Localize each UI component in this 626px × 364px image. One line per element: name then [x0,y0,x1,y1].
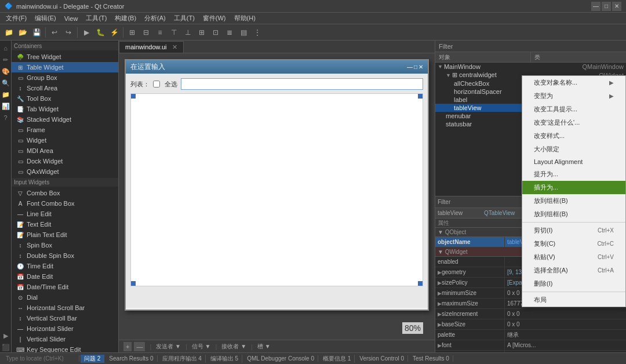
widget-plaintextedit[interactable]: 📝 Plain Text Edit [12,230,118,240]
signal-dropdown[interactable]: 信号 ▼ [192,343,211,351]
icon-analyze[interactable]: 📊 [1,101,11,111]
widget-spinbox[interactable]: ↕ Spin Box [12,240,118,250]
widget-dial[interactable]: ⊙ Dial [12,292,118,303]
add-connection-button[interactable]: + [123,342,132,351]
toolbar-btn6[interactable]: ⊞ [195,26,208,39]
icon-play[interactable]: ▶ [1,330,11,341]
resize-handle-br[interactable] [418,281,423,286]
widget-vscrollbar[interactable]: ↕ Vertical Scroll Bar [12,313,118,323]
toolbar-save[interactable]: 💾 [30,26,43,39]
ctx-promote[interactable]: 提升为... [522,168,625,181]
widget-dateedit[interactable]: 📅 Date Edit [12,271,118,282]
toolbar-btn2[interactable]: ⊟ [140,26,152,39]
status-appoutput[interactable]: 应用程序输出 4 [159,355,206,363]
ctx-demote[interactable]: 插升为... [522,181,625,194]
widget-doublespinbox[interactable]: ↕ Double Spin Box [12,250,118,261]
widget-scrollarea[interactable]: ↕ Scroll Area [12,83,118,93]
widget-vslider[interactable]: | Vertical Slider [12,334,118,344]
widget-frame[interactable]: ▭ Frame [12,125,118,135]
menu-tools2[interactable]: 工具(T) [170,13,198,24]
ctx-delete[interactable]: 删除(I) [522,277,625,290]
prop-basesize[interactable]: ▶ baseSize 0 x 0 [435,319,626,330]
icon-help[interactable]: ? [1,112,11,123]
toolbar-btn9[interactable]: ▤ [237,26,250,39]
file-tab-close[interactable]: ✕ [172,43,177,50]
file-tab-mainwindow[interactable]: mainwindow.ui ✕ [119,41,184,53]
toolbar-open[interactable]: 📂 [16,26,29,39]
resize-handle-bl[interactable] [131,281,136,286]
menu-edit[interactable]: 编辑(E) [31,13,60,24]
toolbar-build[interactable]: ▶ [80,26,93,39]
status-tests[interactable]: Test Results 0 [409,355,453,362]
widget-textedit[interactable]: 📝 Text Edit [12,219,118,230]
ctx-cut[interactable]: 剪切(I) Ctrl+X [522,224,625,237]
locate-input[interactable] [6,355,75,362]
widget-tabwidget[interactable]: 📑 Tab Widget [12,104,118,114]
ctx-whatsthis[interactable]: 改变'这是什么'... [522,116,625,129]
ctx-groupbox2[interactable]: 放到组框(B) [522,208,625,221]
toolbar-btn7[interactable]: ⊡ [209,26,222,39]
menu-window[interactable]: 窗件(W) [199,13,230,24]
tree-item-mainwindow[interactable]: ▼ MainWindow QMainWindow [435,63,626,71]
widget-qaxwidget[interactable]: ▭ QAxWidget [12,166,118,177]
dialog-max-btn[interactable]: □ [414,64,417,70]
resize-handle-tl[interactable] [131,94,136,99]
icon-projects[interactable]: 📁 [1,89,11,100]
menu-tools[interactable]: 工具(T) [82,13,110,24]
ctx-layout[interactable]: 布局 [522,293,625,307]
toolbar-redo[interactable]: ↪ [62,26,75,39]
icon-stop[interactable]: ⬛ [1,342,11,352]
dialog-text-input[interactable] [181,78,423,90]
resize-handle-tr[interactable] [418,94,423,99]
minimize-button[interactable]: — [591,2,600,11]
toolbar-btn10[interactable]: ⋮ [251,26,264,39]
status-qml[interactable]: QML Debugger Console 0 [243,355,318,362]
widget-groupbox[interactable]: ▭ Group Box [12,72,118,83]
toolbar-btn5[interactable]: ⊥ [181,26,194,39]
menu-analyze[interactable]: 分析(A) [141,13,169,24]
dialog-min-btn[interactable]: — [407,64,413,70]
close-button[interactable]: ✕ [612,2,621,11]
widget-fontcombo[interactable]: A Font Combo Box [12,198,118,209]
ctx-paste[interactable]: 粘贴(V) Ctrl+V [522,250,625,264]
menu-help[interactable]: 帮助(H) [231,13,259,24]
ctx-copy[interactable]: 复制(C) Ctrl+C [522,237,625,250]
status-vcs[interactable]: Version Control 0 [356,355,408,362]
toolbar-new[interactable]: 📁 [2,26,15,39]
status-search[interactable]: Search Results 0 [105,355,157,362]
maximize-button[interactable]: □ [602,2,611,11]
menu-view[interactable]: View [61,14,82,23]
ctx-morph[interactable]: 变型为 ▶ [522,89,625,103]
ctx-groupbox1[interactable]: 放到组框(B) [522,194,625,208]
prop-palette[interactable]: palette 继承 [435,330,626,340]
widget-toolbox[interactable]: 🔧 Tool Box [12,93,118,104]
ctx-style[interactable]: 改变样式... [522,129,625,143]
ctx-sizeconstraint[interactable]: 大小限定 [522,143,625,156]
widget-tree[interactable]: 🌳 Tree Widget [12,52,118,62]
widget-dockwidget[interactable]: ▭ Dock Widget [12,156,118,166]
widget-hslider[interactable]: — Horizontal Slider [12,323,118,334]
ctx-change-name[interactable]: 改变对象名称... ▶ [522,76,625,89]
slot-dropdown[interactable]: 槽 ▼ [257,343,271,351]
sender-dropdown[interactable]: 发送者 ▼ [156,343,181,351]
widget-combobox[interactable]: ▽ Combo Box [12,188,118,198]
widget-widget[interactable]: ▭ Widget [12,135,118,145]
widget-mdiarea[interactable]: ▭ MDI Area [12,145,118,156]
widget-lineedit[interactable]: — Line Edit [12,209,118,219]
toolbar-undo[interactable]: ↩ [48,26,61,39]
status-issues[interactable]: 问题 2 [81,355,104,363]
toolbar-btn4[interactable]: ⊤ [168,26,180,39]
toolbar-run[interactable]: ⚡ [108,26,121,39]
remove-connection-button[interactable]: — [134,342,145,351]
widget-keyseq[interactable]: ⌨ Key Sequence Edit [12,344,118,352]
widget-stacked[interactable]: 📚 Stacked Widget [12,114,118,125]
toolbar-btn3[interactable]: ≡ [154,26,166,39]
toolbar-btn1[interactable]: ⊞ [126,26,139,39]
menu-file[interactable]: 文件(F) [2,13,30,24]
menu-build[interactable]: 构建(B) [111,13,140,24]
widget-timeedit[interactable]: 🕐 Time Edit [12,261,118,271]
designer-area[interactable]: 在运置输入 — □ ✕ 列表： 全选 [119,53,435,340]
icon-welcome[interactable]: ⌂ [1,43,11,53]
ctx-selectall[interactable]: 选择全部(A) Ctrl+A [522,264,625,277]
status-locate[interactable] [2,355,79,362]
